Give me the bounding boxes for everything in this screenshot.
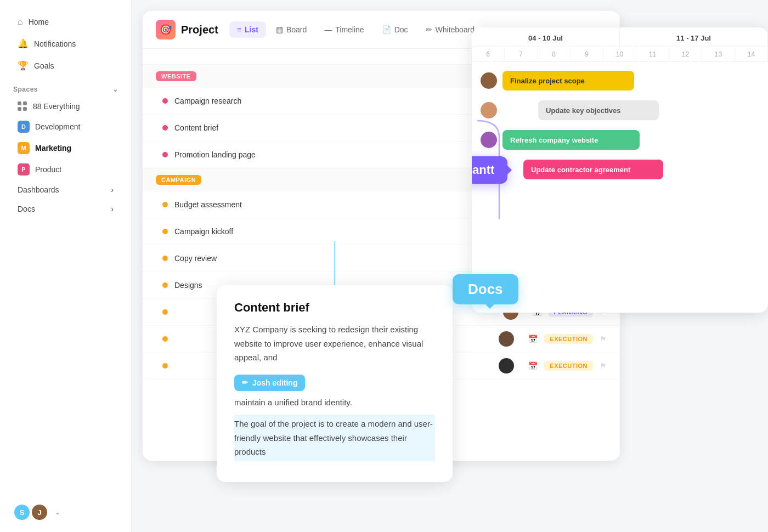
- pencil-icon: ✏: [242, 378, 248, 387]
- project-name: Project: [181, 24, 218, 36]
- gantt-tooltip-label: Gantt: [472, 163, 494, 177]
- docs-tooltip: Docs: [453, 274, 518, 304]
- task-dot: [162, 125, 168, 131]
- gantt-row: Finalize project scope: [481, 71, 759, 90]
- flag-icon: ⚑: [600, 361, 607, 370]
- sidebar: ⌂ Home 🔔 Notifications 🏆 Goals Spaces ⌄ …: [0, 0, 132, 532]
- extra-cols: 📅 EXECUTION ⚑: [528, 361, 607, 371]
- calendar-icon: 📅: [528, 361, 538, 370]
- sidebar-item-dashboards-label: Dashboards: [18, 185, 59, 194]
- spaces-section: Spaces ⌄: [0, 77, 131, 97]
- gantt-day: 10: [603, 47, 636, 61]
- gantt-avatar: [481, 102, 497, 118]
- gantt-day: 8: [538, 47, 571, 61]
- product-avatar: P: [18, 163, 30, 176]
- user-avatar-s: S: [13, 503, 31, 521]
- sidebar-item-product-label: Product: [35, 165, 61, 174]
- task-dot: [162, 98, 168, 104]
- gantt-avatar: [481, 132, 497, 148]
- sidebar-item-marketing-label: Marketing: [35, 144, 71, 152]
- gantt-period-2: 11 - 17 Jul: [620, 27, 768, 47]
- gantt-bar-gray: Update key objectives: [538, 100, 659, 120]
- extra-cols: 📅 EXECUTION ⚑: [528, 334, 607, 344]
- gantt-day: 13: [702, 47, 735, 61]
- tab-whiteboard-label: Whiteboard: [436, 25, 475, 34]
- tab-list-label: List: [245, 25, 258, 34]
- user-avatar-j: J: [31, 503, 48, 521]
- gantt-bar-yellow: Finalize project scope: [502, 71, 634, 90]
- gantt-bar-label: Finalize project scope: [510, 77, 585, 85]
- sidebar-item-notifications-label: Notifications: [34, 39, 76, 48]
- gantt-day: 12: [669, 47, 702, 61]
- project-title-group: 🎯 Project: [156, 20, 218, 39]
- tab-board-label: Board: [286, 25, 307, 34]
- docs-paragraph-1: XYZ Company is seeking to redesign their…: [234, 322, 435, 365]
- tab-list[interactable]: ≡ List: [229, 21, 266, 38]
- gantt-bar-green: Refresh company website: [502, 130, 640, 150]
- project-tabs: ≡ List ▦ Board — Timeline 📄 Doc ✏ Whi: [229, 21, 482, 38]
- gantt-bar-pink: Update contractor agreement: [523, 160, 663, 179]
- tab-doc[interactable]: 📄 Doc: [374, 21, 416, 38]
- footer-chevron-icon[interactable]: ⌄: [55, 508, 60, 516]
- sidebar-item-everything-label: 88 Everything: [33, 102, 80, 111]
- gantt-bar-label: Update contractor agreement: [531, 166, 630, 174]
- gantt-days: 6 7 8 9 10 11 12 13 14: [472, 47, 768, 62]
- sidebar-item-everything[interactable]: 88 Everything: [4, 97, 127, 116]
- status-badge: EXECUTION: [544, 334, 593, 344]
- project-icon: 🎯: [156, 20, 176, 39]
- task-assignee: [484, 331, 528, 347]
- docs-editing-badge: ✏ Josh editing: [234, 375, 305, 391]
- docs-paragraph-3: The goal of the project is to create a m…: [234, 415, 435, 461]
- task-dot: [162, 309, 168, 315]
- sidebar-item-dashboards[interactable]: Dashboards ›: [4, 180, 127, 199]
- docs-paragraph-2: maintain a unified brand identity.: [234, 395, 435, 410]
- sidebar-item-development-label: Development: [35, 122, 81, 131]
- development-avatar: D: [18, 121, 30, 133]
- gantt-day: 7: [505, 47, 538, 61]
- gantt-period-1: 04 - 10 Jul: [472, 27, 620, 47]
- spaces-chevron-icon[interactable]: ⌄: [112, 86, 118, 93]
- task-dot: [162, 152, 168, 157]
- main-area: 🎯 Project ≡ List ▦ Board — Timeline 📄: [132, 0, 768, 532]
- sidebar-item-goals-label: Goals: [34, 61, 54, 70]
- docs-arrow-icon: ›: [111, 205, 114, 213]
- gantt-bar-label: Update key objectives: [546, 106, 621, 115]
- website-badge: WEBSITE: [156, 71, 196, 81]
- campaign-badge: CAMPAIGN: [156, 175, 201, 185]
- bell-icon: 🔔: [18, 38, 29, 49]
- gantt-tooltip: Gantt: [472, 156, 507, 184]
- docs-editing-text: Josh editing: [252, 378, 297, 387]
- gantt-bar-label: Refresh company website: [510, 136, 598, 144]
- sidebar-item-development[interactable]: D Development: [4, 116, 127, 137]
- task-dot: [162, 256, 168, 261]
- everything-icon: [18, 101, 27, 111]
- sidebar-item-notifications[interactable]: 🔔 Notifications: [4, 33, 127, 54]
- sidebar-item-marketing[interactable]: M Marketing: [4, 138, 127, 159]
- sidebar-footer: S J ⌄: [0, 503, 131, 521]
- sidebar-item-goals[interactable]: 🏆 Goals: [4, 55, 127, 76]
- dashboards-arrow-icon: ›: [111, 185, 114, 194]
- task-dot: [162, 282, 168, 288]
- docs-panel: Docs Content brief XYZ Company is seekin…: [217, 285, 453, 482]
- sidebar-item-docs[interactable]: Docs ›: [4, 200, 127, 218]
- task-dot: [162, 202, 168, 207]
- task-dot: [162, 336, 168, 342]
- sidebar-item-home[interactable]: ⌂ Home: [4, 12, 127, 32]
- gantt-body: Finalize project scope Update key object…: [472, 62, 768, 188]
- task-dot: [162, 229, 168, 234]
- gantt-panel: Gantt 04 - 10 Jul 11 - 17 Jul 6 7 8 9 10…: [472, 27, 768, 313]
- tab-board[interactable]: ▦ Board: [268, 21, 314, 38]
- sidebar-item-docs-label: Docs: [18, 205, 35, 213]
- calendar-icon: 📅: [528, 335, 538, 343]
- timeline-tab-icon: —: [324, 25, 332, 34]
- flag-icon: ⚑: [600, 335, 607, 343]
- gantt-row: Update key objectives: [481, 100, 759, 120]
- tab-timeline-label: Timeline: [335, 25, 364, 34]
- assignee-avatar: [499, 358, 514, 373]
- gantt-row: Update contractor agreement: [481, 160, 759, 179]
- assignee-avatar: [499, 331, 514, 347]
- list-tab-icon: ≡: [237, 25, 241, 34]
- tab-timeline[interactable]: — Timeline: [317, 21, 371, 38]
- task-dot: [162, 363, 168, 369]
- sidebar-item-product[interactable]: P Product: [4, 159, 127, 180]
